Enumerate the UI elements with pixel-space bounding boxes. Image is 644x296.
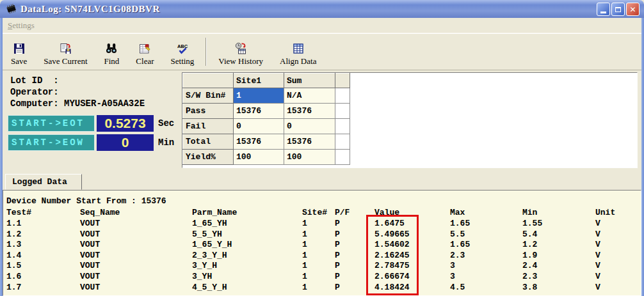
logged-data-row[interactable]: 1.2VOUT5_5_YH1P5.496655.55.4V bbox=[3, 230, 641, 239]
logged-cell: P bbox=[335, 283, 340, 292]
close-button[interactable]: ✕ bbox=[626, 3, 640, 16]
logged-cell: 5.5 bbox=[450, 230, 465, 239]
align-data-label: Align Data bbox=[280, 56, 316, 66]
chip-icon bbox=[5, 3, 17, 15]
summary-cell[interactable]: 15376 bbox=[234, 134, 284, 150]
clear-label: Clear bbox=[136, 56, 154, 66]
logged-cell: 2.4 bbox=[522, 261, 537, 270]
logged-col-header: Min bbox=[522, 208, 537, 217]
summary-row-label: Fail bbox=[183, 119, 234, 134]
logged-cell: 1 bbox=[302, 251, 307, 260]
logged-cell: 5.4 bbox=[522, 230, 537, 239]
logged-cell: 1_65_Y_H bbox=[192, 240, 232, 249]
logged-cell: P bbox=[335, 251, 340, 260]
timer-row-eow: START->EOW 0 Min bbox=[8, 134, 174, 151]
logged-data-row[interactable]: 1.7VOUT4_5_Y_H1P4.184244.53.8V bbox=[3, 283, 641, 292]
summary-cell[interactable]: 100 bbox=[234, 150, 284, 165]
save-current-button[interactable]: Save Current bbox=[35, 37, 95, 66]
logged-cell: P bbox=[335, 219, 340, 228]
logged-cell: 1.2 bbox=[522, 240, 537, 249]
view-history-icon bbox=[234, 42, 247, 55]
summary-cell[interactable]: 1 bbox=[234, 88, 284, 104]
value-column-highlight-box bbox=[366, 215, 419, 295]
logged-cell: 2.3 bbox=[522, 272, 537, 281]
window-title: DataLog: SN74LVC1G08DBVR bbox=[20, 4, 160, 15]
setting-button[interactable]: ABC Setting bbox=[163, 37, 203, 66]
summary-corner-cell bbox=[183, 74, 234, 88]
summary-row-label: Pass bbox=[183, 104, 234, 119]
clear-icon bbox=[138, 42, 151, 55]
computer-label: Computer: MYUSER-A05AA32E bbox=[10, 98, 145, 109]
summary-cell[interactable]: 15376 bbox=[234, 104, 284, 119]
logged-data-row[interactable]: 1.3VOUT1_65_Y_H1P1.546021.651.2V bbox=[3, 240, 641, 249]
summary-row-label: Yield% bbox=[183, 150, 234, 165]
toolbar-separator bbox=[205, 38, 207, 66]
lot-id-label: Lot ID : bbox=[10, 75, 59, 86]
logged-cell: 4.5 bbox=[450, 283, 465, 292]
window-border-right bbox=[641, 18, 644, 296]
find-label: Find bbox=[104, 56, 120, 66]
logged-cell: 3.8 bbox=[522, 283, 537, 292]
summary-cell-empty bbox=[335, 150, 350, 165]
logged-cell: VOUT bbox=[80, 219, 100, 228]
start-eot-label: START->EOT bbox=[8, 115, 95, 132]
setting-icon: ABC bbox=[176, 42, 189, 55]
find-button[interactable]: Find bbox=[96, 37, 128, 66]
svg-text:ABC: ABC bbox=[177, 43, 188, 49]
app-window: DataLog: SN74LVC1G08DBVR ✕ Settings bbox=[0, 0, 644, 296]
start-eow-unit: Min bbox=[158, 137, 174, 148]
summary-grid-panel: Site1SumS/W Bin#1N/APass1537615376Fail00… bbox=[182, 72, 638, 168]
logged-cell: 1 bbox=[302, 261, 307, 270]
summary-col-header bbox=[335, 74, 350, 88]
summary-cell[interactable]: 100 bbox=[284, 150, 335, 165]
logged-data-row[interactable]: 1.5VOUT3_Y_H1P2.7847532.4V bbox=[3, 261, 641, 270]
summary-cell[interactable]: 0 bbox=[284, 119, 335, 134]
save-button[interactable]: Save bbox=[3, 37, 35, 66]
logged-cell: VOUT bbox=[80, 283, 100, 292]
summary-row-label: Total bbox=[183, 134, 234, 150]
logged-cell: V bbox=[595, 251, 600, 260]
title-bar[interactable]: DataLog: SN74LVC1G08DBVR ✕ bbox=[0, 0, 644, 18]
setting-label: Setting bbox=[171, 56, 195, 66]
logged-data-row[interactable]: 1.4VOUT2_3_Y_H1P2.162452.31.9V bbox=[3, 251, 641, 260]
maximize-button[interactable] bbox=[611, 3, 625, 16]
tab-logged-data[interactable]: Logged Data bbox=[5, 174, 82, 190]
logged-data-row[interactable]: 1.1VOUT1_65_YH1P1.64751.651.55V bbox=[3, 219, 641, 228]
summary-cell[interactable]: 15376 bbox=[284, 104, 335, 119]
logged-cell: P bbox=[335, 261, 340, 270]
logged-cell: 2.3 bbox=[450, 251, 465, 260]
summary-cell[interactable]: 15376 bbox=[284, 134, 335, 150]
view-history-button[interactable]: View History bbox=[210, 37, 271, 66]
logged-cell: 1 bbox=[302, 283, 307, 292]
logged-cell: 1 bbox=[302, 219, 307, 228]
logged-col-header: Parm_Name bbox=[192, 208, 237, 217]
logged-cell: P bbox=[335, 230, 340, 239]
logged-cell: VOUT bbox=[80, 272, 100, 281]
summary-cell[interactable]: 0 bbox=[234, 119, 284, 134]
summary-cell[interactable]: N/A bbox=[284, 88, 335, 104]
save-current-icon bbox=[59, 42, 72, 55]
menu-settings[interactable]: Settings bbox=[8, 20, 35, 31]
summary-col-header: Site1 bbox=[234, 74, 284, 88]
clear-button[interactable]: Clear bbox=[127, 37, 162, 66]
logged-col-header: Seq_Name bbox=[80, 208, 120, 217]
logged-data-panel[interactable]: Device Number Start From : 15376 Test#Se… bbox=[3, 190, 641, 296]
save-icon bbox=[13, 42, 26, 55]
logged-col-header: P/F bbox=[335, 208, 350, 217]
align-data-button[interactable]: Align Data bbox=[271, 37, 325, 66]
align-data-icon bbox=[292, 42, 305, 55]
minimize-button[interactable] bbox=[597, 3, 610, 16]
toolbar: Save Save Current bbox=[3, 33, 641, 70]
logged-cell: 1.9 bbox=[522, 251, 537, 260]
device-number-line: Device Number Start From : 15376 bbox=[6, 196, 166, 206]
logged-cell: 1.2 bbox=[6, 230, 21, 239]
summary-row-label: S/W Bin# bbox=[183, 88, 234, 104]
logged-cell: V bbox=[595, 272, 600, 281]
summary-table: Site1SumS/W Bin#1N/APass1537615376Fail00… bbox=[182, 73, 350, 165]
start-eow-label: START->EOW bbox=[8, 134, 95, 151]
logged-cell: V bbox=[595, 283, 600, 292]
logged-data-row[interactable]: 1.6VOUT3_YH1P2.6667432.3V bbox=[3, 272, 641, 281]
logged-cell: 1.1 bbox=[6, 219, 21, 228]
logged-cell: 3 bbox=[450, 272, 455, 281]
summary-cell-empty bbox=[335, 134, 350, 150]
